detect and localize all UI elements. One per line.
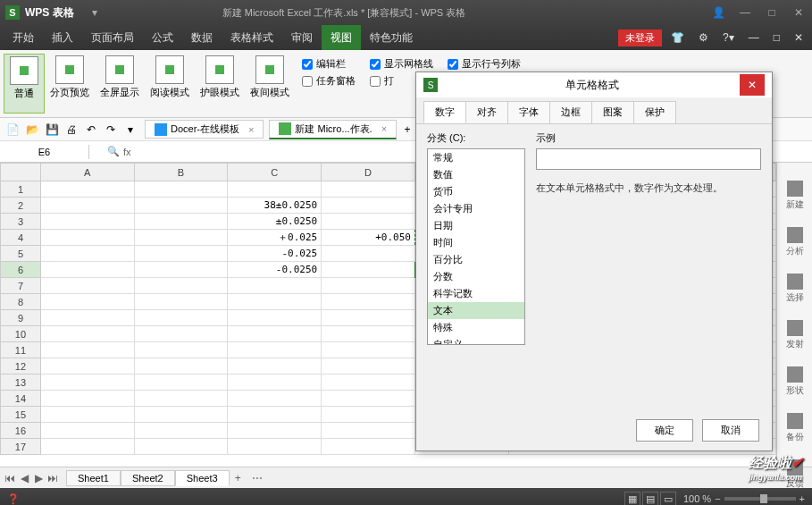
cell[interactable]	[40, 423, 134, 439]
cell[interactable]	[40, 230, 134, 246]
row-header[interactable]: 14	[1, 391, 41, 407]
cell[interactable]	[40, 294, 134, 310]
menu-item[interactable]: 页面布局	[82, 25, 143, 50]
new-icon[interactable]: 📄	[4, 121, 21, 139]
column-header[interactable]: C	[228, 164, 322, 181]
add-sheet-icon[interactable]: +	[230, 472, 247, 484]
cell[interactable]	[40, 278, 134, 294]
normal-view-icon[interactable]: ▦	[624, 492, 640, 505]
qat-dropdown-icon[interactable]: ▾	[121, 121, 139, 139]
column-header[interactable]: A	[40, 164, 134, 181]
checkbox[interactable]	[302, 59, 313, 70]
ribbon-button[interactable]: 夜间模式	[245, 54, 295, 114]
cell[interactable]	[228, 294, 322, 310]
cell[interactable]	[322, 181, 415, 198]
help-dropdown-icon[interactable]: ?▾	[717, 31, 740, 44]
cell[interactable]	[322, 294, 415, 310]
cell[interactable]	[228, 439, 322, 455]
cell[interactable]	[228, 326, 322, 342]
row-header[interactable]: 9	[1, 310, 41, 326]
category-option[interactable]: 分数	[428, 268, 524, 285]
cell[interactable]: -0.0250	[228, 262, 322, 278]
fx-label[interactable]: fx	[123, 147, 131, 157]
cell[interactable]	[322, 342, 415, 358]
cell[interactable]	[322, 326, 415, 342]
print-icon[interactable]: 🖨	[63, 121, 80, 139]
cell[interactable]	[134, 310, 228, 326]
cell[interactable]	[322, 198, 415, 214]
row-header[interactable]: 4	[1, 230, 41, 246]
cell[interactable]	[134, 181, 228, 198]
minimize-icon[interactable]: —	[732, 0, 758, 25]
ribbon-max-icon[interactable]: □	[768, 31, 785, 44]
menu-item[interactable]: 视图	[322, 25, 361, 50]
checkbox[interactable]	[302, 76, 313, 87]
category-option[interactable]: 日期	[428, 217, 524, 234]
cell[interactable]: -0.025	[228, 246, 322, 262]
row-header[interactable]: 7	[1, 278, 41, 294]
row-header[interactable]: 16	[1, 423, 41, 439]
cell[interactable]	[134, 198, 228, 214]
ribbon-button[interactable]: 全屏显示	[95, 54, 145, 114]
dialog-tab[interactable]: 保护	[633, 101, 676, 123]
category-option[interactable]: 货币	[428, 183, 524, 200]
category-option[interactable]: 数值	[428, 166, 524, 183]
zoom-in-icon[interactable]: +	[799, 493, 805, 504]
ok-button[interactable]: 确定	[636, 419, 693, 442]
sheet-tab[interactable]: Sheet3	[175, 470, 230, 486]
cell[interactable]	[40, 310, 134, 326]
close-tab-icon[interactable]: ×	[381, 123, 387, 134]
cancel-button[interactable]: 取消	[702, 419, 759, 442]
cell[interactable]	[322, 391, 415, 407]
panel-item[interactable]: 分析	[786, 227, 804, 257]
cell[interactable]	[134, 326, 228, 342]
login-button[interactable]: 未登录	[618, 29, 662, 46]
ribbon-min-icon[interactable]: —	[743, 31, 765, 44]
help-icon[interactable]: ❓	[7, 493, 20, 505]
menu-item[interactable]: 特色功能	[361, 25, 422, 50]
cell[interactable]	[322, 423, 415, 439]
next-sheet-icon[interactable]: ▶	[32, 472, 45, 484]
cell[interactable]	[322, 262, 415, 278]
ribbon-checkbox[interactable]: 显示行号列标	[448, 57, 521, 71]
category-option[interactable]: 科学记数	[428, 285, 524, 302]
cell[interactable]	[322, 375, 415, 391]
category-option[interactable]: 自定义	[428, 336, 524, 345]
cell[interactable]	[40, 407, 134, 423]
cell[interactable]	[322, 407, 415, 423]
close-icon[interactable]: ✕	[785, 0, 812, 25]
sheet-tab[interactable]: Sheet2	[121, 470, 175, 486]
cell[interactable]	[228, 342, 322, 358]
menu-item[interactable]: 开始	[4, 25, 43, 50]
cell[interactable]	[40, 326, 134, 342]
checkbox[interactable]	[370, 76, 381, 87]
menu-item[interactable]: 插入	[43, 25, 82, 50]
cell[interactable]	[40, 391, 134, 407]
cell[interactable]	[228, 358, 322, 375]
cell[interactable]	[40, 342, 134, 358]
row-header[interactable]: 13	[1, 375, 41, 391]
undo-icon[interactable]: ↶	[82, 121, 100, 139]
cell[interactable]	[228, 310, 322, 326]
cell[interactable]	[134, 391, 228, 407]
cell[interactable]	[40, 246, 134, 262]
ribbon-checkbox[interactable]: 显示网格线	[370, 57, 433, 71]
menu-item[interactable]: 公式	[143, 25, 182, 50]
checkbox[interactable]	[370, 59, 381, 70]
page-view-icon[interactable]: ▤	[642, 492, 658, 505]
name-box[interactable]: E6	[0, 145, 89, 159]
maximize-icon[interactable]: □	[758, 0, 785, 25]
cell[interactable]	[228, 375, 322, 391]
cell[interactable]	[134, 294, 228, 310]
cell[interactable]	[228, 407, 322, 423]
cell[interactable]	[40, 214, 134, 230]
panel-item[interactable]: 选择	[786, 274, 804, 304]
cell[interactable]	[40, 262, 134, 278]
cell[interactable]	[40, 439, 134, 455]
cell[interactable]	[134, 214, 228, 230]
dialog-tab[interactable]: 数字	[423, 101, 466, 123]
ribbon-checkbox[interactable]: 编辑栏	[302, 57, 356, 71]
column-header[interactable]: B	[134, 164, 228, 181]
prev-sheet-icon[interactable]: ◀	[18, 472, 30, 484]
category-option[interactable]: 常规	[428, 149, 524, 166]
